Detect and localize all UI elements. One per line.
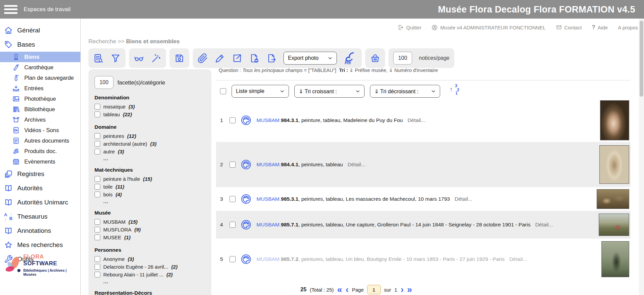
- facet-checkbox[interactable]: [95, 112, 100, 117]
- facet-checkbox[interactable]: [95, 192, 100, 197]
- edit-button[interactable]: [215, 53, 225, 64]
- sidebar-item-autres-documents[interactable]: Autres documents: [0, 136, 80, 146]
- last-page-icon[interactable]: »: [407, 286, 412, 293]
- record-detail-link[interactable]: Détail...: [348, 162, 366, 167]
- record-detail-link[interactable]: Détail...: [535, 222, 553, 227]
- sidebar-item-plan-sauvegarde[interactable]: Plan de sauvegarde: [0, 73, 80, 83]
- palette-icon[interactable]: [240, 115, 252, 126]
- palette-icon[interactable]: [240, 193, 252, 205]
- preview-button[interactable]: [134, 53, 144, 64]
- row-checkbox[interactable]: [230, 256, 236, 262]
- facet-checkbox[interactable]: [95, 264, 100, 270]
- record-thumbnail[interactable]: [597, 189, 629, 209]
- record-prefix-link[interactable]: MUSBAM.: [257, 196, 281, 202]
- row-checkbox[interactable]: [230, 162, 236, 168]
- sidebar-item-registres[interactable]: Registres: [0, 167, 80, 181]
- row-checkbox[interactable]: [230, 196, 236, 202]
- record-inventory-link[interactable]: 984.4.1: [281, 162, 298, 167]
- facet-item: Rebourg Alain - 11 juillet ...(2): [95, 271, 205, 278]
- sidebar-item-autorites[interactable]: Autorités: [0, 181, 80, 195]
- sidebar-item-general[interactable]: Général: [0, 23, 80, 38]
- sidebar-item-annotations[interactable]: Annotations: [0, 224, 80, 238]
- facet-checkbox[interactable]: [95, 184, 100, 190]
- record-thumbnail[interactable]: [599, 214, 629, 236]
- sidebar-item-entrees[interactable]: Entrées: [0, 83, 80, 94]
- search-form-button[interactable]: [93, 53, 104, 64]
- export-photo-select[interactable]: Export photo: [284, 52, 337, 65]
- record-thumbnail[interactable]: [601, 241, 629, 277]
- record-prefix-link[interactable]: MUSBAM.: [257, 117, 281, 123]
- filter-button[interactable]: [110, 53, 121, 64]
- first-page-icon[interactable]: «: [337, 286, 342, 293]
- palette-icon[interactable]: [240, 253, 252, 265]
- facet-more-link[interactable]: ...: [95, 198, 205, 204]
- palette-icon[interactable]: [240, 219, 252, 230]
- facet-checkbox[interactable]: [95, 219, 100, 225]
- sidebar-item-carotheque[interactable]: Carothèque: [0, 62, 80, 73]
- recolnat-button[interactable]: Re: [344, 52, 357, 65]
- notices-per-page-input[interactable]: [393, 52, 412, 65]
- sidebar-item-archives[interactable]: Archives: [0, 115, 80, 125]
- sidebar-item-bases[interactable]: Bases: [0, 38, 80, 52]
- record-inventory-link[interactable]: 985.7.2: [281, 256, 298, 262]
- sidebar-item-biens[interactable]: Biens: [0, 52, 80, 62]
- select-all-checkbox[interactable]: [220, 88, 226, 94]
- calendar-icon: [12, 158, 20, 166]
- record-inventory-link[interactable]: 985.3.1: [281, 196, 298, 202]
- attach-button[interactable]: [197, 53, 208, 64]
- facet-checkbox[interactable]: [95, 133, 100, 139]
- scrollbar-thumb[interactable]: [640, 21, 643, 97]
- sidebar-item-evenements[interactable]: Evènements: [0, 156, 80, 167]
- facet-checkbox[interactable]: [95, 176, 100, 182]
- palette-icon[interactable]: [240, 159, 252, 170]
- facet-item: MUSFLORA(9): [95, 226, 205, 233]
- facets-per-category-input[interactable]: [95, 76, 113, 89]
- basket-button[interactable]: [370, 53, 380, 64]
- previous-page-icon[interactable]: ‹: [346, 286, 349, 293]
- page-number-input[interactable]: [367, 285, 381, 294]
- facets-panel: facette(s)/catégorie Denomination mosaïq…: [88, 69, 211, 295]
- sort-asc-select[interactable]: ⇓ Tri croissant :: [294, 85, 365, 98]
- facet-checkbox[interactable]: [95, 256, 100, 262]
- sidebar-item-videos-sons[interactable]: Vidéos - Sons: [0, 125, 80, 136]
- record-inventory-link[interactable]: 984.3.1: [281, 117, 298, 123]
- record-thumbnail[interactable]: [600, 100, 629, 140]
- record-prefix-link[interactable]: MUSBAM.: [257, 162, 281, 167]
- list-mode-select[interactable]: Liste simple: [232, 85, 289, 98]
- record-detail-link[interactable]: Détail...: [455, 196, 473, 202]
- facet-checkbox[interactable]: [95, 227, 100, 232]
- print-notice-button[interactable]: [249, 53, 260, 64]
- sidebar-item-autorites-unimarc[interactable]: Autorités Unimarc: [0, 195, 80, 210]
- sidebar-item-thesaurus[interactable]: A↓↑B Thesaurus: [0, 210, 80, 224]
- sort-321-icon[interactable]: 321↑: [449, 84, 460, 98]
- toolbar-group-search: [88, 48, 126, 68]
- facet-more-link[interactable]: ...: [95, 155, 205, 161]
- magic-wand-button[interactable]: [151, 53, 161, 64]
- facet-more-link[interactable]: ...: [95, 278, 205, 284]
- sort-desc-select[interactable]: ⇓ Tri décroissant :: [370, 85, 440, 98]
- record-prefix-link[interactable]: MUSBAM.: [257, 256, 281, 262]
- facet-checkbox[interactable]: [95, 272, 100, 277]
- hamburger-menu-icon[interactable]: [4, 5, 18, 14]
- vertical-scrollbar[interactable]: [639, 19, 644, 295]
- record-detail-link[interactable]: Détail...: [407, 117, 425, 123]
- sidebar-item-produits-doc[interactable]: Produits doc.: [0, 146, 80, 156]
- save-button[interactable]: [174, 53, 185, 64]
- record-inventory-link[interactable]: 985.7.1: [281, 222, 298, 227]
- facet-checkbox[interactable]: [95, 235, 100, 240]
- row-checkbox[interactable]: [230, 117, 236, 123]
- facet-checkbox[interactable]: [95, 141, 100, 147]
- open-external-button[interactable]: [232, 53, 242, 64]
- record-prefix-link[interactable]: MUSBAM.: [257, 222, 281, 227]
- facet-checkbox[interactable]: [95, 104, 100, 109]
- next-page-icon[interactable]: ›: [401, 286, 404, 293]
- workspaces-label[interactable]: Espaces de travail: [24, 6, 71, 13]
- sidebar-item-mes-recherches[interactable]: Mes recherches: [0, 238, 80, 252]
- sidebar-item-bibliotheque[interactable]: Bibliothèque: [0, 104, 80, 115]
- record-thumbnail[interactable]: [599, 145, 629, 184]
- row-checkbox[interactable]: [230, 222, 236, 228]
- export-notice-button[interactable]: [266, 53, 277, 64]
- facet-checkbox[interactable]: [95, 149, 100, 154]
- sidebar-item-phototheque[interactable]: Photothèque: [0, 94, 80, 104]
- record-detail-link[interactable]: Détail...: [509, 256, 527, 262]
